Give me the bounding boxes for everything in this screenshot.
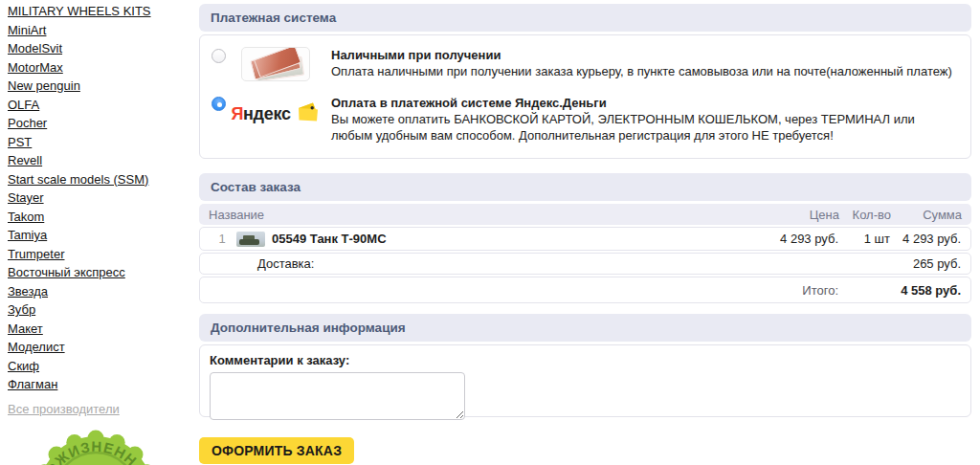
sidebar-manufacturer-item[interactable]: Takom xyxy=(8,210,195,223)
manufacturer-link[interactable]: Takom xyxy=(8,210,44,224)
manufacturer-link[interactable]: Восточный экспресс xyxy=(8,265,125,279)
sidebar-manufacturer-item[interactable]: Stayer xyxy=(8,191,195,204)
manufacturers-list: MILITARY WHEELS KITS MiniArt ModelSvit M… xyxy=(8,5,195,390)
sidebar-manufacturer-item[interactable]: MotorMax xyxy=(8,61,195,74)
order-comment-input[interactable] xyxy=(210,372,465,420)
manufacturer-link[interactable]: Tamiya xyxy=(8,228,47,242)
yandex-logo-rest: ндекс xyxy=(243,104,291,123)
tank-thumbnail-image xyxy=(236,232,265,247)
manufacturer-link[interactable]: Звезда xyxy=(8,284,48,299)
column-header-name: Название xyxy=(209,208,753,222)
payment-option-cash[interactable]: Наличными при получении Оплата наличными… xyxy=(212,47,959,81)
manufacturer-link[interactable]: Revell xyxy=(8,153,42,167)
sidebar-manufacturer-item[interactable]: Скиф xyxy=(8,360,195,372)
column-header-price: Цена xyxy=(753,208,839,222)
checkout-main: Платежная система Наличными при получени… xyxy=(199,4,971,464)
manufacturer-link[interactable]: MiniArt xyxy=(8,23,46,37)
total-row: Итого: 4 558 руб. xyxy=(199,277,971,303)
sidebar-item-all-manufacturers[interactable]: Все производители xyxy=(8,402,195,416)
manufacturer-link[interactable]: Флагман xyxy=(8,377,57,391)
sidebar-manufacturer-item[interactable]: MILITARY WHEELS KITS xyxy=(8,5,195,17)
yandex-logo-ya: Я xyxy=(231,104,243,123)
comment-label: Комментарии к заказу: xyxy=(210,353,961,367)
cash-option-title: Наличными при получении xyxy=(331,47,952,63)
manufacturer-link[interactable]: OLFA xyxy=(8,98,39,112)
column-header-sum: Сумма xyxy=(891,208,962,222)
yandex-option-title: Оплата в платежной системе Яндекс.Деньги xyxy=(331,95,959,111)
sidebar-manufacturer-item[interactable]: Флагман xyxy=(8,378,195,390)
cash-photo xyxy=(234,47,316,81)
manufacturer-link[interactable]: Макет xyxy=(8,321,43,336)
item-sum: 4 293 руб. xyxy=(890,232,961,246)
sidebar-manufacturer-item[interactable]: Tamiya xyxy=(8,229,195,241)
item-number: 1 xyxy=(215,232,229,246)
sidebar-manufacturer-item[interactable]: Pocher xyxy=(8,117,195,129)
payment-options-panel: Наличными при получении Оплата наличными… xyxy=(199,34,971,159)
sidebar-manufacturer-item[interactable]: OLFA xyxy=(8,99,195,111)
sidebar-manufacturer-item[interactable]: New penguin xyxy=(8,79,195,92)
manufacturer-link[interactable]: Моделист xyxy=(8,340,65,354)
delivery-label: Доставка: xyxy=(257,256,314,271)
manufacturer-link[interactable]: ModelSvit xyxy=(8,41,62,55)
manufacturers-sidebar: MILITARY WHEELS KITS MiniArt ModelSvit M… xyxy=(8,5,195,416)
manufacturer-link[interactable]: Stayer xyxy=(8,190,44,205)
sidebar-manufacturer-item[interactable]: Зубр xyxy=(8,303,195,316)
delivery-value: 265 руб. xyxy=(890,256,961,271)
sidebar-manufacturer-item[interactable]: Revell xyxy=(8,154,195,166)
yandex-radio[interactable] xyxy=(212,97,226,111)
manufacturer-link[interactable]: Start scale models (SSM) xyxy=(8,172,148,187)
yandex-option-description: Вы можете оплатить БАНКОВСКОЙ КАРТОЙ, ЭЛ… xyxy=(331,111,959,144)
manufacturer-link[interactable]: MILITARY WHEELS KITS xyxy=(8,4,151,18)
place-order-button[interactable]: ОФОРМИТЬ ЗАКАЗ xyxy=(199,437,354,464)
column-header-qty: Кол-во xyxy=(839,208,891,222)
sidebar-manufacturer-item[interactable]: Звезда xyxy=(8,285,195,298)
item-qty: 1 шт xyxy=(838,232,890,246)
cash-banknotes-icon xyxy=(241,47,310,81)
all-manufacturers-link[interactable]: Все производители xyxy=(8,402,120,416)
delivery-row: Доставка: 265 руб. xyxy=(199,253,971,275)
additional-info-section: Дополнительная информация Комментарии к … xyxy=(199,314,971,417)
order-section: Состав заказа Название Цена Кол-во Сумма… xyxy=(199,173,971,303)
payment-option-yandex[interactable]: Яндекс Оплата в платежной системе Яндекс… xyxy=(212,95,959,144)
payment-section-header: Платежная система xyxy=(199,4,971,32)
manufacturer-link[interactable]: Pocher xyxy=(8,116,47,130)
cash-radio[interactable] xyxy=(212,49,226,63)
yandex-wallet-icon xyxy=(297,101,320,122)
seal-badge-icon: ПОЖИЗНЕННАЯ xyxy=(24,417,167,465)
sidebar-manufacturer-item[interactable]: Start scale models (SSM) xyxy=(8,173,195,186)
additional-section-header: Дополнительная информация xyxy=(199,314,971,342)
item-name: 05549 Танк Т-90МС xyxy=(272,232,387,246)
manufacturer-link[interactable]: Скиф xyxy=(8,359,39,373)
order-section-header: Состав заказа xyxy=(199,173,971,201)
cash-option-description: Оплата наличными при получении заказа ку… xyxy=(331,63,952,79)
item-price: 4 293 руб. xyxy=(752,232,838,246)
sidebar-manufacturer-item[interactable]: PST xyxy=(8,136,195,148)
sidebar-manufacturer-item[interactable]: ModelSvit xyxy=(8,42,195,55)
total-value: 4 558 руб. xyxy=(890,283,961,298)
order-table-header: Название Цена Кол-во Сумма xyxy=(199,204,971,225)
manufacturer-link[interactable]: Зубр xyxy=(8,302,35,317)
manufacturer-link[interactable]: Trumpeter xyxy=(8,247,64,261)
manufacturer-link[interactable]: PST xyxy=(8,135,32,149)
lifetime-warranty-badge: ПОЖИЗНЕННАЯ xyxy=(24,417,167,465)
yandex-money-logo: Яндекс xyxy=(231,104,319,124)
order-item-row: 1 05549 Танк Т-90МС 4 293 руб. 1 шт 4 29… xyxy=(199,227,971,251)
sidebar-manufacturer-item[interactable]: MiniArt xyxy=(8,24,195,36)
manufacturer-link[interactable]: New penguin xyxy=(8,78,80,93)
sidebar-manufacturer-item[interactable]: Макет xyxy=(8,322,195,335)
total-label: Итого: xyxy=(210,283,838,298)
manufacturer-link[interactable]: MotorMax xyxy=(8,60,63,75)
sidebar-manufacturer-item[interactable]: Восточный экспресс xyxy=(8,266,195,278)
sidebar-manufacturer-item[interactable]: Trumpeter xyxy=(8,248,195,260)
sidebar-manufacturer-item[interactable]: Моделист xyxy=(8,341,195,353)
